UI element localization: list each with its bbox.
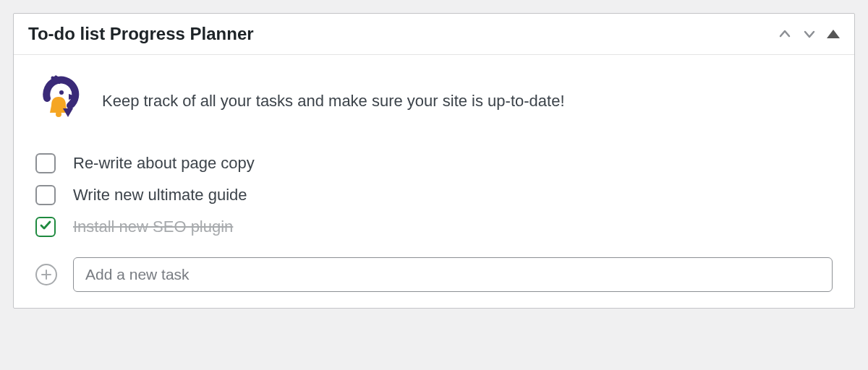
intro-text: Keep track of all your tasks and make su… [102, 92, 565, 111]
todo-panel: To-do list Progress Planner [13, 13, 855, 309]
collapse-icon[interactable] [827, 30, 840, 38]
task-checkbox-checked[interactable] [35, 217, 56, 237]
planner-logo-icon [35, 75, 80, 127]
task-item: Write new ultimate guide [35, 185, 833, 205]
svg-point-0 [59, 90, 64, 95]
panel-controls [778, 27, 840, 41]
intro-row: Keep track of all your tasks and make su… [35, 75, 833, 127]
svg-point-1 [56, 111, 61, 117]
task-label[interactable]: Re-write about page copy [73, 154, 255, 173]
move-up-icon[interactable] [778, 27, 792, 41]
task-item: Re-write about page copy [35, 153, 833, 173]
task-list: Re-write about page copy Write new ultim… [35, 153, 833, 237]
move-down-icon[interactable] [802, 27, 817, 41]
add-task-input[interactable] [73, 257, 833, 292]
add-task-row [35, 257, 833, 292]
add-task-icon[interactable] [35, 264, 57, 285]
panel-body: Keep track of all your tasks and make su… [14, 55, 854, 308]
task-item: Install new SEO plugin [35, 217, 833, 237]
task-checkbox[interactable] [35, 185, 56, 205]
checkmark-icon [39, 219, 52, 236]
task-checkbox[interactable] [35, 153, 56, 173]
task-label[interactable]: Write new ultimate guide [73, 186, 247, 205]
panel-title: To-do list Progress Planner [28, 24, 254, 44]
panel-header: To-do list Progress Planner [14, 14, 854, 55]
task-label-done[interactable]: Install new SEO plugin [73, 218, 233, 236]
